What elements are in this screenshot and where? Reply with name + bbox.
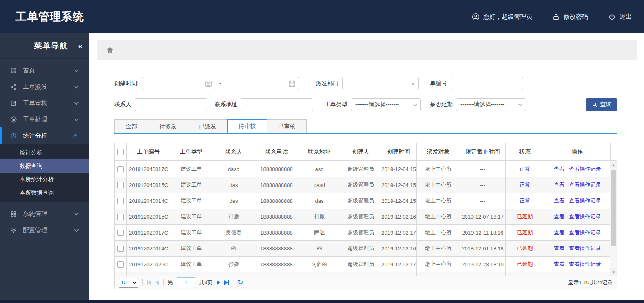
tab-to-dispatch[interactable]: 待派发 [148, 119, 188, 133]
dispatch-dept-select[interactable] [342, 77, 419, 90]
row-checkbox[interactable] [117, 198, 124, 204]
cell-contact: 打撒 [212, 257, 255, 272]
cell-dispatch-target: 墩上中心所 [417, 257, 460, 272]
page-number-input[interactable] [177, 277, 195, 288]
view-link[interactable]: 查看 [554, 166, 564, 172]
refresh-icon[interactable]: ↻ [237, 279, 243, 286]
filter-row-1: 创建时间: - 派发部门 工单编号 [114, 77, 617, 90]
row-select-cell [115, 241, 127, 257]
sidebar-item-statistics[interactable]: 统计分析 [0, 127, 89, 144]
cell-address: 打撒 [298, 209, 341, 225]
view-link[interactable]: 查看 [554, 198, 564, 204]
tab-dispatched[interactable]: 已派发 [188, 119, 228, 133]
prev-page-icon [155, 280, 159, 285]
delay-label: 是否延期 [430, 101, 453, 108]
row-checkbox[interactable] [117, 166, 124, 172]
cell-order-type: 建议工单 [170, 241, 212, 257]
row-checkbox[interactable] [117, 246, 124, 252]
sidebar-header: 菜单导航 « [0, 33, 89, 59]
chevron-down-icon [74, 84, 79, 88]
view-link[interactable]: 查看 [554, 229, 564, 235]
row-checkbox[interactable] [117, 261, 124, 268]
view-log-link[interactable]: 查看操作记录 [569, 229, 601, 235]
view-link[interactable]: 查看 [554, 182, 564, 188]
query-button[interactable]: 查询 [586, 98, 617, 111]
first-page-button[interactable] [147, 280, 151, 285]
chevron-down-icon [74, 68, 79, 72]
table-scrollbar[interactable]: ▲ ▼ [610, 161, 617, 276]
view-link[interactable]: 查看 [554, 245, 564, 251]
date-start-input[interactable] [142, 77, 215, 90]
row-checkbox[interactable] [117, 230, 124, 236]
home-icon[interactable] [106, 46, 114, 54]
pager-divider [233, 279, 233, 286]
date-end-wrap [226, 77, 299, 90]
view-log-link[interactable]: 查看操作记录 [569, 213, 601, 220]
view-log-link[interactable]: 查看操作记录 [569, 245, 601, 251]
status-text: 已延期 [517, 261, 533, 267]
scroll-down-icon[interactable]: ▼ [610, 269, 617, 275]
scrollbar-thumb[interactable] [611, 170, 616, 246]
scroll-up-icon[interactable]: ▲ [610, 162, 617, 168]
col-dispatch-target: 派发对象 [417, 143, 460, 161]
row-select-cell [115, 161, 127, 177]
edit-icon [10, 100, 17, 107]
sidebar-item-dispatch[interactable]: 工单派发 [0, 79, 89, 95]
contact-input[interactable] [135, 98, 207, 111]
sidebar-item-label: 统计分析 [23, 132, 47, 140]
submenu-item-branch-data-query[interactable]: 本所数据查询 [0, 186, 89, 200]
view-link[interactable]: 查看 [554, 261, 564, 267]
tab-reviewed[interactable]: 已审核 [267, 119, 307, 133]
app-title: 工单管理系统 [15, 9, 84, 24]
submenu-item-statistics[interactable]: 统计分析 [0, 146, 89, 159]
delay-value: -------请选择------- [460, 101, 504, 108]
sidebar-item-home[interactable]: 首页 [0, 62, 89, 79]
change-password-label: 修改密码 [564, 13, 588, 21]
cell-dispatch-target: 墩上中心所 [417, 161, 460, 177]
cell-order-type [170, 272, 212, 277]
next-page-button[interactable] [217, 280, 220, 285]
tab-all[interactable]: 全部 [114, 119, 148, 133]
sidebar-item-review[interactable]: 工单审核 [0, 95, 89, 111]
delay-select[interactable]: -------请选择------- [456, 98, 526, 111]
view-link[interactable]: 查看 [554, 213, 564, 220]
view-log-link[interactable]: 查看操作记录 [569, 182, 601, 188]
cell-actions [544, 272, 611, 277]
submenu-item-data-query[interactable]: 数据查询 [0, 159, 89, 173]
col-actions: 操作 [544, 143, 611, 161]
contact-label: 联系人 [114, 101, 131, 108]
sidebar-collapse-button[interactable]: « [78, 42, 82, 50]
cell-status: 已延期 [506, 257, 544, 272]
address-input[interactable] [241, 98, 313, 111]
row-checkbox[interactable] [117, 214, 124, 220]
prev-page-button[interactable] [155, 280, 159, 285]
sidebar-item-process[interactable]: 工单处理 [0, 111, 89, 127]
row-checkbox[interactable] [117, 182, 124, 188]
lock-icon [552, 13, 560, 21]
row-select-cell [115, 177, 127, 193]
tab-to-review[interactable]: 待审核 [227, 119, 267, 133]
cell-deadline: --- [460, 193, 506, 209]
nav-gap [0, 202, 89, 206]
date-end-input[interactable] [226, 77, 299, 90]
sidebar-item-system[interactable]: 系统管理 [0, 206, 89, 222]
user-greeting[interactable]: 您好，超级管理员 [472, 13, 532, 21]
view-log-link[interactable]: 查看操作记录 [569, 198, 601, 204]
last-page-button[interactable] [224, 280, 229, 285]
pager-divider [142, 279, 143, 286]
cell-order-type: 建议工单 [170, 193, 212, 209]
cell-create-time [381, 272, 417, 277]
submenu-item-branch-statistics[interactable]: 本所统计分析 [0, 173, 89, 186]
view-log-link[interactable]: 查看操作记录 [569, 261, 601, 267]
cell-actions: 查看 查看操作记录 [544, 161, 611, 177]
order-no-input[interactable] [451, 77, 523, 90]
status-text: 已延期 [517, 213, 533, 220]
page-size-select[interactable]: 10 [119, 278, 138, 288]
logout-button[interactable]: 退出 [608, 13, 632, 21]
view-log-link[interactable]: 查看操作记录 [569, 166, 601, 172]
sidebar-item-config[interactable]: 配置管理 [0, 222, 89, 238]
change-password-button[interactable]: 修改密码 [552, 13, 588, 21]
statistics-submenu: 统计分析 数据查询 本所统计分析 本所数据查询 [0, 144, 89, 202]
select-all-checkbox[interactable] [117, 149, 124, 155]
order-type-select[interactable]: -------请选择------- [351, 98, 421, 111]
